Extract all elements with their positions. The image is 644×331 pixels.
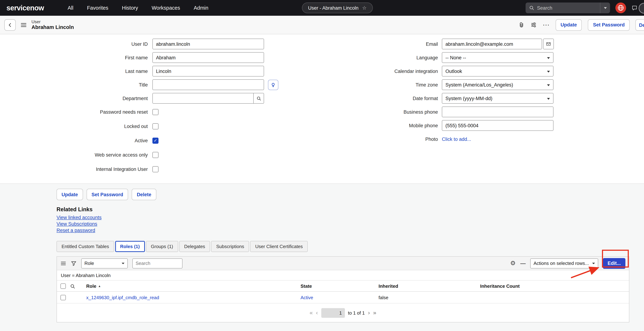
department-label: Department — [0, 96, 152, 101]
roles-related-list: Role ⚙ — Actions on selected rows... Edi… — [56, 256, 629, 323]
tab-user-client-certificates[interactable]: User Client Certificates — [250, 241, 308, 252]
mobile-phone-input[interactable] — [442, 120, 554, 131]
open-record-tab[interactable]: User - Abraham Lincoln ☆ — [302, 2, 373, 13]
field-last-name: Last name — [0, 66, 322, 76]
personalize-form-sliders-icon[interactable] — [530, 22, 536, 28]
language-select[interactable]: -- None -- — [442, 52, 554, 63]
password-needs-reset-checkbox[interactable]: ✓ — [152, 109, 158, 115]
nav-menu: All Favorites History Workspaces Admin — [68, 5, 208, 11]
nav-item-admin[interactable]: Admin — [194, 5, 208, 11]
update-button[interactable]: Update — [556, 19, 582, 30]
current-row-input[interactable]: 1 — [321, 308, 345, 318]
list-filter-breadcrumb[interactable]: User = Abraham Lincoln — [57, 270, 629, 281]
lower-section: Update Set Password Delete Related Links… — [0, 183, 644, 331]
previous-page-icon[interactable]: ‹ — [316, 310, 318, 316]
reset-a-password-link[interactable]: Reset a password — [56, 228, 95, 233]
envelope-icon — [546, 41, 551, 46]
state-link[interactable]: Active — [300, 292, 313, 304]
tab-roles[interactable]: Roles (1) — [115, 241, 145, 252]
column-header-inherited[interactable]: Inherited — [378, 281, 398, 292]
field-active: Active ✓ — [0, 135, 322, 146]
search-scope-dropdown[interactable] — [600, 2, 610, 13]
column-header-role[interactable]: Role▲ — [86, 281, 101, 292]
filter-funnel-icon[interactable] — [71, 260, 76, 266]
favorite-star-icon[interactable]: ☆ — [362, 5, 366, 11]
update-button-footer[interactable]: Update — [56, 189, 83, 200]
email-input[interactable] — [442, 39, 542, 49]
user-id-input[interactable] — [152, 39, 264, 49]
delete-button[interactable]: Delete — [636, 19, 644, 31]
form-column-left: User ID First name Last name Title Depar… — [0, 39, 322, 178]
date-format-select[interactable]: System (yyyy-MM-dd) — [442, 93, 554, 104]
tab-groups[interactable]: Groups (1) — [146, 241, 178, 252]
select-all-checkbox[interactable]: ✓ — [60, 284, 66, 289]
nav-item-all[interactable]: All — [68, 5, 73, 11]
set-password-button[interactable]: Set Password — [588, 19, 630, 30]
first-page-icon[interactable]: « — [310, 310, 313, 316]
send-email-button[interactable] — [543, 39, 554, 49]
field-title: Title — [0, 79, 322, 90]
next-page-icon[interactable]: › — [368, 310, 370, 316]
open-record-tab-label: User - Abraham Lincoln — [308, 5, 358, 10]
business-phone-input[interactable] — [442, 106, 554, 117]
calendar-integration-select[interactable]: Outlook — [442, 66, 554, 76]
list-search-input[interactable] — [132, 258, 182, 268]
actions-on-selected-rows-select[interactable]: Actions on selected rows... — [530, 258, 598, 268]
title-suggestion-button[interactable] — [268, 79, 278, 90]
form-context-menu-icon[interactable] — [20, 22, 27, 28]
role-link[interactable]: x_1249630_ipf.ipf_cmdb_role_read — [86, 292, 159, 304]
chat-icon[interactable] — [632, 5, 638, 11]
back-button[interactable] — [4, 19, 16, 30]
collapse-list-icon[interactable]: — — [520, 261, 526, 266]
tab-delegates[interactable]: Delegates — [179, 241, 210, 252]
search-icon — [529, 5, 534, 10]
active-checkbox[interactable]: ✓ — [152, 137, 158, 144]
department-lookup-button[interactable] — [254, 93, 264, 104]
table-row: ✓ x_1249630_ipf.ipf_cmdb_role_read Activ… — [57, 292, 629, 304]
tab-entitled-custom-tables[interactable]: Entitled Custom Tables — [56, 241, 114, 252]
nav-item-history[interactable]: History — [122, 5, 138, 11]
set-password-button-footer[interactable]: Set Password — [86, 189, 128, 200]
field-calendar-integration: Calendar integration Outlook — [322, 66, 644, 76]
global-search[interactable] — [526, 2, 610, 13]
nav-right-cluster — [526, 2, 638, 13]
web-service-access-only-checkbox[interactable]: ✓ — [152, 152, 158, 158]
delete-button-footer[interactable]: Delete — [132, 189, 156, 200]
chevron-down-icon — [604, 7, 606, 9]
globe-icon[interactable] — [616, 2, 626, 13]
column-header-state[interactable]: State — [300, 281, 312, 292]
photo-add-link[interactable]: Click to add... — [442, 136, 471, 142]
field-user-id: User ID — [0, 39, 322, 49]
tab-subscriptions[interactable]: Subscriptions — [211, 241, 249, 252]
email-field — [442, 39, 555, 49]
more-actions-icon[interactable]: ⋯ — [542, 21, 549, 28]
edit-button[interactable]: Edit... — [603, 258, 626, 269]
nav-item-favorites[interactable]: Favorites — [87, 5, 108, 11]
field-business-phone: Business phone — [322, 106, 644, 117]
gear-icon[interactable]: ⚙ — [510, 260, 516, 266]
inherited-value: false — [378, 292, 388, 304]
internal-integration-user-checkbox[interactable]: ✓ — [152, 166, 158, 172]
global-search-input[interactable] — [534, 5, 584, 10]
column-search-icon[interactable] — [70, 281, 75, 292]
list-pagination: « ‹ 1 to 1 of 1 › » — [57, 304, 629, 322]
list-controls-menu-icon[interactable] — [60, 260, 66, 266]
servicenow-user-record-page: servicenow All Favorites History Workspa… — [0, 0, 644, 331]
search-column-select[interactable]: Role — [81, 258, 128, 268]
attachment-paperclip-icon[interactable] — [518, 22, 524, 28]
avatar[interactable] — [639, 3, 644, 13]
time-zone-select[interactable]: System (America/Los_Angeles) — [442, 79, 554, 90]
nav-item-workspaces[interactable]: Workspaces — [152, 5, 180, 11]
department-input[interactable] — [152, 93, 254, 104]
last-name-input[interactable] — [152, 66, 264, 76]
locked-out-checkbox[interactable]: ✓ — [152, 123, 158, 129]
last-page-icon[interactable]: » — [373, 310, 376, 316]
title-input[interactable] — [152, 79, 264, 90]
view-subscriptions-link[interactable]: View Subscriptions — [56, 221, 97, 227]
row-checkbox[interactable]: ✓ — [60, 295, 66, 300]
first-name-input[interactable] — [152, 52, 264, 63]
last-name-label: Last name — [0, 68, 152, 74]
view-linked-accounts-link[interactable]: View linked accounts — [56, 215, 102, 220]
column-header-inheritance-count[interactable]: Inheritance Count — [480, 281, 520, 292]
chevron-left-icon — [8, 22, 12, 27]
